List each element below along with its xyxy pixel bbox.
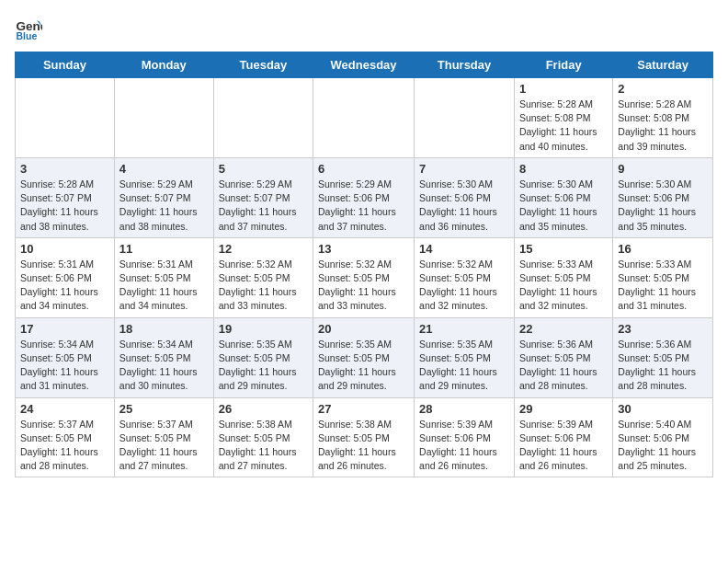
day-number: 9 xyxy=(618,162,708,176)
calendar-cell: 14Sunrise: 5:32 AMSunset: 5:05 PMDayligh… xyxy=(415,237,515,317)
day-number: 24 xyxy=(20,402,109,416)
calendar-cell: 25Sunrise: 5:37 AMSunset: 5:05 PMDayligh… xyxy=(114,397,213,477)
weekday-header-row: SundayMondayTuesdayWednesdayThursdayFrid… xyxy=(16,52,713,78)
day-info: Sunrise: 5:31 AMSunset: 5:05 PMDaylight:… xyxy=(119,258,209,314)
calendar-cell: 4Sunrise: 5:29 AMSunset: 5:07 PMDaylight… xyxy=(114,157,213,237)
weekday-header-sunday: Sunday xyxy=(16,52,115,78)
week-row-3: 10Sunrise: 5:31 AMSunset: 5:06 PMDayligh… xyxy=(16,237,713,317)
day-info: Sunrise: 5:33 AMSunset: 5:05 PMDaylight:… xyxy=(618,258,708,314)
day-number: 23 xyxy=(618,322,708,336)
calendar-cell: 29Sunrise: 5:39 AMSunset: 5:06 PMDayligh… xyxy=(514,397,612,477)
day-number: 4 xyxy=(119,162,209,176)
day-info: Sunrise: 5:30 AMSunset: 5:06 PMDaylight:… xyxy=(618,178,708,234)
calendar-cell: 24Sunrise: 5:37 AMSunset: 5:05 PMDayligh… xyxy=(16,397,115,477)
day-number: 14 xyxy=(419,242,509,256)
day-info: Sunrise: 5:28 AMSunset: 5:07 PMDaylight:… xyxy=(20,178,109,234)
page: General Blue SundayMondayTuesdayWednesda… xyxy=(0,0,728,492)
calendar-cell: 8Sunrise: 5:30 AMSunset: 5:06 PMDaylight… xyxy=(514,157,612,237)
calendar-cell: 10Sunrise: 5:31 AMSunset: 5:06 PMDayligh… xyxy=(16,237,115,317)
day-info: Sunrise: 5:32 AMSunset: 5:05 PMDaylight:… xyxy=(219,258,308,314)
calendar-cell: 23Sunrise: 5:36 AMSunset: 5:05 PMDayligh… xyxy=(613,317,713,397)
day-number: 19 xyxy=(219,322,308,336)
calendar-cell: 22Sunrise: 5:36 AMSunset: 5:05 PMDayligh… xyxy=(514,317,612,397)
calendar-cell: 5Sunrise: 5:29 AMSunset: 5:07 PMDaylight… xyxy=(213,157,313,237)
weekday-header-wednesday: Wednesday xyxy=(313,52,415,78)
calendar-cell xyxy=(213,78,313,158)
calendar-cell xyxy=(415,78,515,158)
day-number: 8 xyxy=(519,162,608,176)
calendar-cell xyxy=(114,78,213,158)
day-info: Sunrise: 5:31 AMSunset: 5:06 PMDaylight:… xyxy=(20,258,109,314)
day-number: 21 xyxy=(419,322,509,336)
calendar-cell: 12Sunrise: 5:32 AMSunset: 5:05 PMDayligh… xyxy=(213,237,313,317)
calendar-cell: 2Sunrise: 5:28 AMSunset: 5:08 PMDaylight… xyxy=(613,78,713,158)
day-info: Sunrise: 5:30 AMSunset: 5:06 PMDaylight:… xyxy=(519,178,608,234)
calendar-cell: 20Sunrise: 5:35 AMSunset: 5:05 PMDayligh… xyxy=(313,317,415,397)
week-row-4: 17Sunrise: 5:34 AMSunset: 5:05 PMDayligh… xyxy=(16,317,713,397)
day-number: 28 xyxy=(419,402,509,416)
day-info: Sunrise: 5:28 AMSunset: 5:08 PMDaylight:… xyxy=(519,98,608,154)
calendar-cell: 3Sunrise: 5:28 AMSunset: 5:07 PMDaylight… xyxy=(16,157,115,237)
day-info: Sunrise: 5:30 AMSunset: 5:06 PMDaylight:… xyxy=(419,178,509,234)
day-number: 1 xyxy=(519,82,608,96)
weekday-header-monday: Monday xyxy=(114,52,213,78)
calendar-cell: 11Sunrise: 5:31 AMSunset: 5:05 PMDayligh… xyxy=(114,237,213,317)
calendar-cell: 26Sunrise: 5:38 AMSunset: 5:05 PMDayligh… xyxy=(213,397,313,477)
calendar-cell: 7Sunrise: 5:30 AMSunset: 5:06 PMDaylight… xyxy=(415,157,515,237)
day-info: Sunrise: 5:34 AMSunset: 5:05 PMDaylight:… xyxy=(20,338,109,394)
weekday-header-friday: Friday xyxy=(514,52,612,78)
day-info: Sunrise: 5:39 AMSunset: 5:06 PMDaylight:… xyxy=(519,418,608,474)
day-number: 20 xyxy=(318,322,409,336)
header: General Blue xyxy=(15,15,713,42)
svg-text:Blue: Blue xyxy=(17,30,38,41)
day-info: Sunrise: 5:32 AMSunset: 5:05 PMDaylight:… xyxy=(419,258,509,314)
day-number: 16 xyxy=(618,242,708,256)
day-info: Sunrise: 5:36 AMSunset: 5:05 PMDaylight:… xyxy=(618,338,708,394)
day-number: 13 xyxy=(318,242,409,256)
week-row-2: 3Sunrise: 5:28 AMSunset: 5:07 PMDaylight… xyxy=(16,157,713,237)
day-number: 15 xyxy=(519,242,608,256)
calendar-cell: 19Sunrise: 5:35 AMSunset: 5:05 PMDayligh… xyxy=(213,317,313,397)
calendar-cell: 28Sunrise: 5:39 AMSunset: 5:06 PMDayligh… xyxy=(415,397,515,477)
day-number: 5 xyxy=(219,162,308,176)
calendar: SundayMondayTuesdayWednesdayThursdayFrid… xyxy=(15,52,713,477)
weekday-header-tuesday: Tuesday xyxy=(213,52,313,78)
day-info: Sunrise: 5:39 AMSunset: 5:06 PMDaylight:… xyxy=(419,418,509,474)
calendar-cell: 13Sunrise: 5:32 AMSunset: 5:05 PMDayligh… xyxy=(313,237,415,317)
day-number: 3 xyxy=(20,162,109,176)
calendar-cell xyxy=(313,78,415,158)
day-number: 29 xyxy=(519,402,608,416)
calendar-cell: 21Sunrise: 5:35 AMSunset: 5:05 PMDayligh… xyxy=(415,317,515,397)
day-info: Sunrise: 5:29 AMSunset: 5:07 PMDaylight:… xyxy=(219,178,308,234)
day-info: Sunrise: 5:29 AMSunset: 5:07 PMDaylight:… xyxy=(119,178,209,234)
day-info: Sunrise: 5:33 AMSunset: 5:05 PMDaylight:… xyxy=(519,258,608,314)
day-number: 11 xyxy=(119,242,209,256)
day-number: 10 xyxy=(20,242,109,256)
day-info: Sunrise: 5:37 AMSunset: 5:05 PMDaylight:… xyxy=(20,418,109,474)
calendar-cell: 18Sunrise: 5:34 AMSunset: 5:05 PMDayligh… xyxy=(114,317,213,397)
day-info: Sunrise: 5:34 AMSunset: 5:05 PMDaylight:… xyxy=(119,338,209,394)
calendar-cell xyxy=(16,78,115,158)
day-number: 25 xyxy=(119,402,209,416)
day-number: 27 xyxy=(318,402,409,416)
calendar-cell: 17Sunrise: 5:34 AMSunset: 5:05 PMDayligh… xyxy=(16,317,115,397)
day-info: Sunrise: 5:36 AMSunset: 5:05 PMDaylight:… xyxy=(519,338,608,394)
day-number: 22 xyxy=(519,322,608,336)
week-row-5: 24Sunrise: 5:37 AMSunset: 5:05 PMDayligh… xyxy=(16,397,713,477)
day-number: 6 xyxy=(318,162,409,176)
day-info: Sunrise: 5:37 AMSunset: 5:05 PMDaylight:… xyxy=(119,418,209,474)
day-info: Sunrise: 5:40 AMSunset: 5:06 PMDaylight:… xyxy=(618,418,708,474)
day-number: 18 xyxy=(119,322,209,336)
day-number: 2 xyxy=(618,82,708,96)
weekday-header-saturday: Saturday xyxy=(613,52,713,78)
day-info: Sunrise: 5:38 AMSunset: 5:05 PMDaylight:… xyxy=(318,418,409,474)
day-number: 26 xyxy=(219,402,308,416)
calendar-cell: 15Sunrise: 5:33 AMSunset: 5:05 PMDayligh… xyxy=(514,237,612,317)
weekday-header-thursday: Thursday xyxy=(415,52,515,78)
day-info: Sunrise: 5:29 AMSunset: 5:06 PMDaylight:… xyxy=(318,178,409,234)
day-number: 30 xyxy=(618,402,708,416)
day-info: Sunrise: 5:35 AMSunset: 5:05 PMDaylight:… xyxy=(318,338,409,394)
day-info: Sunrise: 5:35 AMSunset: 5:05 PMDaylight:… xyxy=(419,338,509,394)
day-info: Sunrise: 5:28 AMSunset: 5:08 PMDaylight:… xyxy=(618,98,708,154)
day-number: 7 xyxy=(419,162,509,176)
